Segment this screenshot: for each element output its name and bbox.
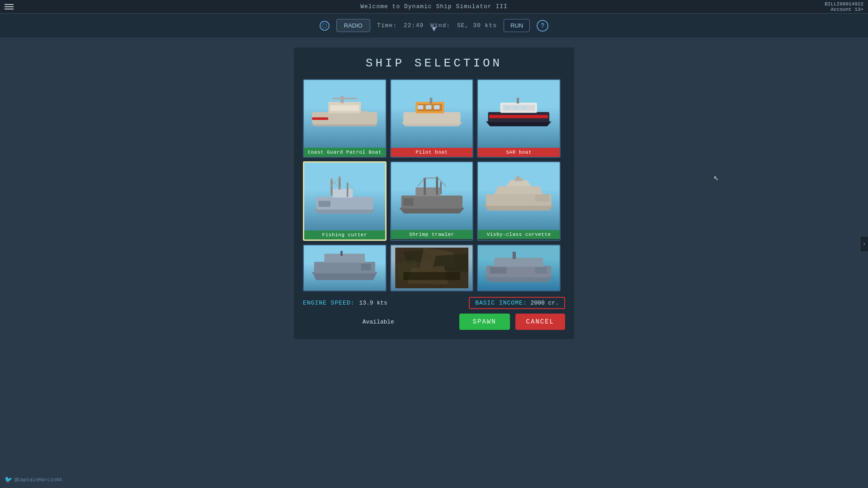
svg-rect-15 [434,105,440,109]
ship-label-sar-boat: SAR boat [478,148,560,157]
help-button[interactable]: ? [537,20,548,32]
cancel-button[interactable]: CANCEL [515,314,565,330]
ship-card-8[interactable] [390,244,474,291]
main-content: SHIP SELECTION Coast Guard [0,38,868,339]
ship-image-sar-boat [478,80,560,148]
svg-rect-52 [535,194,550,201]
ship-card-shrimp-trawler[interactable]: Shrimp trawler [390,161,474,241]
svg-rect-5 [312,117,328,119]
svg-rect-4 [332,98,357,99]
svg-rect-12 [429,98,432,103]
svg-rect-29 [330,178,332,196]
svg-rect-33 [347,183,349,197]
ship-image-pilot-boat [391,80,473,148]
svg-rect-56 [340,251,343,256]
ship-image-shrimp-trawler [391,162,473,230]
svg-marker-1 [312,124,377,127]
fishing-cutter-svg [308,166,381,227]
bottom-bar: ENGINE SPEED: 13.9 kts BASIC INCOME: 200… [303,297,565,309]
svg-rect-51 [517,176,519,179]
svg-rect-39 [424,178,426,195]
right-edge-button[interactable]: › [861,237,868,251]
svg-rect-24 [517,98,519,103]
svg-rect-67 [495,258,543,267]
panel-title: SHIP SELECTION [303,56,565,70]
twitter-bar: 🐦 @CaptainMarcinRX [5,476,62,483]
svg-rect-70 [491,267,507,273]
svg-marker-53 [312,272,377,280]
engine-speed-value: 13.9 kts [359,300,387,306]
svg-rect-68 [513,252,516,259]
svg-rect-40 [436,177,438,195]
svg-rect-27 [333,188,353,197]
coast-guard-svg [308,84,382,145]
svg-point-7 [359,111,371,117]
svg-marker-36 [399,207,465,213]
account-info: BILLI09014922 Account 13+ [825,1,863,12]
svg-rect-64 [403,272,460,280]
svg-rect-6 [330,105,359,111]
ship-label-shrimp-trawler: Shrimp trawler [391,230,473,239]
ship-card-9[interactable] [477,244,561,291]
account-detail: Account 13+ [825,7,863,12]
ship-image-fishing-cutter [304,163,385,230]
ship-image-coast-guard [304,80,386,148]
selection-panel: SHIP SELECTION Coast Guard [294,47,574,339]
svg-rect-69 [535,267,547,273]
svg-rect-20 [505,106,511,109]
svg-rect-9 [403,112,460,123]
ship-card-pilot-boat[interactable]: Pilot boat [390,79,474,158]
account-username: BILLI09014922 [825,1,863,7]
wind-value: SE, 30 kts [457,22,497,29]
ship-label-pilot-boat: Pilot boat [391,148,473,157]
svg-line-42 [417,178,424,186]
ship-image-9 [478,245,560,291]
time-label: Time: [377,22,397,29]
twitter-handle: @CaptainMarcinRX [14,477,62,483]
cursor-indicator: ↖ [713,172,719,183]
pilot-boat-svg [395,84,469,145]
ship-card-fishing-cutter[interactable]: Fishing cutter [303,161,387,241]
radio-icon[interactable] [320,21,330,31]
svg-rect-57 [361,264,371,270]
svg-rect-23 [490,115,548,118]
income-label: BASIC INCOME: [475,300,527,306]
svg-rect-44 [440,182,442,194]
ship-card-sar-boat[interactable]: SAR boat [477,79,561,158]
ship-image-7 [304,245,386,291]
ship-label-visby: Visby-class corvette [478,230,560,239]
spawn-button[interactable]: SPAWN [459,314,510,330]
visby-svg [482,166,556,227]
svg-rect-14 [425,105,431,109]
radio-button[interactable]: RADIO [336,19,370,32]
svg-rect-13 [417,105,423,109]
income-box: BASIC INCOME: 2000 cr. [469,297,565,309]
ship-card-coast-guard[interactable]: Coast Guard Patrol Boat [303,79,387,158]
run-button[interactable]: RUN [504,19,530,32]
ship-card-visby[interactable]: Visby-class corvette [477,161,561,241]
ship-image-visby [478,162,560,230]
svg-rect-22 [521,106,527,109]
available-text: Available [303,319,454,325]
svg-rect-21 [513,106,519,109]
ship-card-7[interactable] [303,244,387,291]
ship9-svg [482,248,556,288]
engine-speed-label: ENGINE SPEED: [303,300,354,306]
svg-rect-55 [324,254,365,263]
ship8-svg [395,248,469,288]
ship-label-fishing-cutter: Fishing cutter [304,230,385,239]
sar-boat-svg [482,84,556,145]
action-row: Available SPAWN CANCEL [303,314,565,330]
ship-label-coast-guard: Coast Guard Patrol Boat [304,148,386,157]
ship-image-8 [391,245,473,291]
twitter-icon: 🐦 [5,476,12,483]
time-value: 22:49 [404,22,424,29]
app-title: Welcome to Dynamic Ship Simulator III [360,3,508,10]
svg-rect-45 [403,198,414,206]
ship-grid: Coast Guard Patrol Boat Pilot boa [303,79,565,291]
shrimp-trawler-svg [395,166,469,227]
svg-rect-35 [318,201,330,206]
menu-button[interactable] [5,4,14,9]
top-bar: Welcome to Dynamic Ship Simulator III BI… [0,0,868,14]
ship7-svg [308,248,382,288]
